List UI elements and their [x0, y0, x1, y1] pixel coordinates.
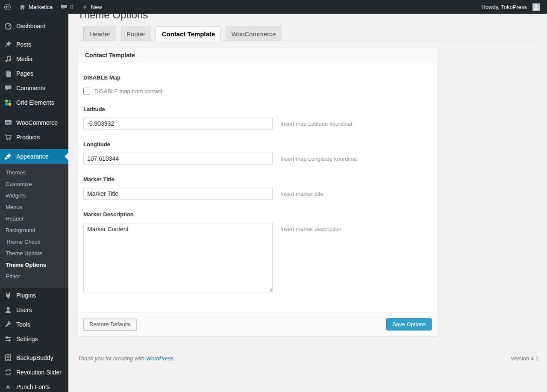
revolution-slider-icon	[4, 368, 12, 377]
field-marker-description: Marker Description Marker Content Insert…	[83, 211, 430, 292]
submenu-item-theme-update[interactable]: Theme Update	[0, 248, 68, 259]
submenu-item-themes[interactable]: Themes	[0, 167, 68, 178]
panel-title: Contact Template	[78, 47, 437, 63]
submenu-item-widgets[interactable]: Widgets	[0, 190, 68, 201]
new-label: New	[91, 4, 102, 10]
sidebar-item-label: Users	[16, 307, 32, 313]
sidebar-item-pages[interactable]: Pages	[0, 66, 68, 81]
tab-woocommerce[interactable]: WooCommerce	[226, 27, 282, 41]
sidebar-item-label: Punch Fonts	[16, 383, 50, 390]
marker-description-textarea[interactable]: Marker Content	[83, 223, 273, 292]
disable-map-row: DISABLE map from contact	[83, 88, 430, 94]
sidebar-item-revolution-slider[interactable]: Revolution Slider	[0, 365, 68, 380]
sidebar-item-backupbuddy[interactable]: BackupBuddy	[0, 351, 68, 365]
user-icon	[4, 306, 12, 314]
sidebar-item-plugins[interactable]: Plugins	[0, 288, 68, 303]
submenu-item-editor[interactable]: Editor	[0, 271, 68, 282]
sidebar-item-products[interactable]: Products	[0, 130, 68, 144]
save-options-button[interactable]: Save Options	[386, 318, 432, 330]
sidebar-item-comments[interactable]: Comments	[0, 81, 68, 95]
submenu-item-theme-options[interactable]: Theme Options	[0, 259, 68, 271]
marker-title-input[interactable]	[83, 188, 273, 200]
sidebar-item-appearance[interactable]: Appearance	[0, 149, 68, 164]
backupbuddy-icon	[4, 354, 12, 362]
avatar	[532, 3, 540, 11]
sidebar-item-media[interactable]: Media	[0, 52, 68, 66]
footer-period: .	[174, 355, 175, 362]
wrench-icon	[4, 320, 12, 329]
home-icon	[19, 3, 26, 11]
field-longitude: Longitude Insert map Longitude koordinat	[83, 141, 430, 165]
tab-footer[interactable]: Footer	[121, 27, 151, 41]
sidebar-item-settings[interactable]: Settings	[0, 332, 68, 346]
grid-elements-icon	[4, 98, 12, 107]
site-name-menu[interactable]: Marketica	[15, 0, 56, 14]
submenu-item-header[interactable]: Header	[0, 213, 68, 224]
sidebar-item-label: Appearance	[16, 153, 49, 160]
tab-contact-template[interactable]: Contact Template	[156, 27, 221, 41]
panel-footer: Restore Defaults Save Options	[78, 312, 437, 336]
howdy-account-menu[interactable]: Howdy, TokoPress	[478, 0, 544, 14]
latitude-hint: Insert map Latitude koordinat	[280, 121, 352, 127]
sidebar-item-woocommerce[interactable]: Woo WooCommerce	[0, 115, 68, 130]
comments-adminbar-menu[interactable]: 0	[56, 0, 77, 14]
howdy-text: Howdy, TokoPress	[482, 4, 527, 10]
longitude-hint: Insert map Longitude koordinat	[280, 156, 357, 162]
sidebar-item-label: Products	[16, 134, 40, 141]
sidebar-item-dashboard[interactable]: Dashboard	[0, 19, 68, 33]
sidebar-item-label: Pages	[16, 70, 33, 77]
marker-title-hint: Insert marker title	[280, 191, 323, 197]
sidebar-item-label: Grid Elements	[16, 99, 54, 106]
sidebar-item-label: Comments	[16, 85, 45, 91]
wordpress-link[interactable]: WordPress	[146, 355, 174, 362]
sidebar-item-label: BackupBuddy	[16, 354, 53, 361]
svg-text:A: A	[6, 383, 10, 390]
comment-bubble-icon	[60, 3, 68, 11]
dashboard-gauge-icon	[4, 22, 12, 30]
footer-thanks: Thank you for creating with WordPress.	[78, 355, 175, 362]
sidebar-item-label: Tools	[16, 321, 30, 328]
marker-title-label: Marker Title	[83, 176, 430, 183]
submenu-item-background[interactable]: Background	[0, 224, 68, 236]
sidebar-item-tools[interactable]: Tools	[0, 317, 68, 332]
disable-map-checkbox-label: DISABLE map from contact	[94, 88, 162, 94]
tab-header[interactable]: Header	[83, 27, 116, 41]
sidebar-item-users[interactable]: Users	[0, 303, 68, 317]
comment-count: 0	[70, 4, 73, 10]
theme-options-tabs: Header Footer Contact Template WooCommer…	[78, 27, 538, 41]
submenu-item-theme-check[interactable]: Theme Check	[0, 236, 68, 248]
field-latitude: Latitude Insert map Latitude koordinat	[83, 106, 430, 130]
sidebar-item-label: WooCommerce	[16, 119, 58, 126]
disable-map-label: DISABLE Map	[83, 74, 430, 81]
punch-fonts-icon: A	[4, 383, 12, 391]
sidebar-item-label: Media	[16, 56, 32, 62]
submenu-item-customize[interactable]: Customize	[0, 178, 68, 190]
appearance-brush-icon	[4, 152, 12, 161]
sidebar-item-label: Dashboard	[16, 23, 46, 29]
sidebar-item-grid-elements[interactable]: Grid Elements	[0, 95, 68, 110]
cart-icon	[4, 133, 12, 141]
site-name: Marketica	[29, 4, 53, 10]
sidebar-item-punch-fonts[interactable]: A Punch Fonts	[0, 380, 68, 392]
marker-description-label: Marker Description	[83, 211, 430, 218]
main-content: Theme Options Header Footer Contact Temp…	[68, 0, 547, 362]
submenu-item-menus[interactable]: Menus	[0, 201, 68, 213]
settings-sliders-icon	[4, 335, 12, 343]
sidebar-item-label: Plugins	[16, 292, 36, 299]
sidebar-item-label: Posts	[16, 41, 31, 48]
footer-thanks-text: Thank you for creating with	[78, 355, 144, 362]
wordpress-logo-menu[interactable]	[0, 0, 15, 14]
pages-icon	[4, 69, 12, 78]
new-content-menu[interactable]: New	[77, 0, 106, 14]
comments-bubble-icon	[4, 84, 12, 92]
field-marker-title: Marker Title Insert marker title	[83, 176, 430, 200]
plugins-plug-icon	[4, 291, 12, 300]
pushpin-icon	[4, 40, 12, 49]
latitude-input[interactable]	[83, 118, 273, 130]
disable-map-checkbox[interactable]	[83, 88, 90, 94]
media-icon	[4, 55, 12, 63]
sidebar-item-posts[interactable]: Posts	[0, 37, 68, 52]
admin-sidebar: Dashboard Posts Media Pages Comments Gri…	[0, 14, 68, 392]
longitude-input[interactable]	[83, 153, 273, 165]
restore-defaults-button[interactable]: Restore Defaults	[83, 318, 137, 330]
